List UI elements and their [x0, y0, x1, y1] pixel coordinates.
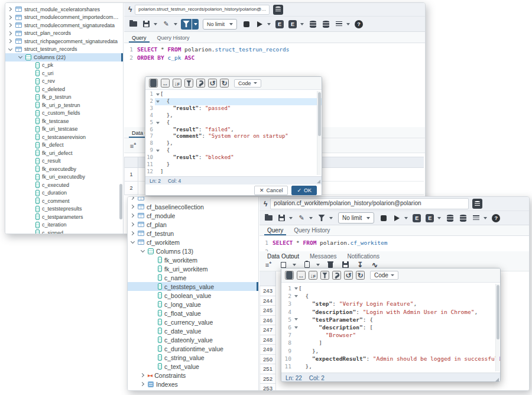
- open-file-button[interactable]: [263, 213, 274, 224]
- row-number-cell[interactable]: 246: [259, 316, 276, 326]
- row-number-cell[interactable]: 243: [259, 286, 276, 296]
- row-number-cell[interactable]: 248: [259, 335, 276, 345]
- tree-item-cf-testrun[interactable]: cf_testrun: [128, 229, 258, 238]
- save-button[interactable]: [276, 213, 287, 224]
- tree-item-c-executed[interactable]: c_executed: [5, 181, 123, 189]
- row-number-cell[interactable]: 251: [259, 364, 276, 374]
- tree-item-c-testcaserevision[interactable]: c_testcaserevision: [5, 133, 123, 141]
- limit-select[interactable]: No limit: [203, 19, 237, 30]
- tree-item-struct-modulecomment-importedcomment[interactable]: struct_modulecomment_importedcomment: [5, 14, 123, 22]
- row-number-cell[interactable]: 247: [259, 325, 276, 335]
- row-number-cell[interactable]: 249: [259, 345, 276, 355]
- macros-options-button[interactable]: [482, 213, 488, 224]
- repair-button[interactable]: [332, 271, 341, 280]
- tree-item-struct-richpagecomment-signaturedata[interactable]: struct_richpagecomment_signaturedata: [5, 37, 123, 46]
- fold-arrow-icon[interactable]: [293, 292, 299, 300]
- tree-item-constraints[interactable]: Constraints: [128, 371, 258, 380]
- resize-handle-icon[interactable]: [317, 180, 320, 183]
- tree-scrollbar[interactable]: [119, 184, 122, 219]
- chevron-right-icon[interactable]: [140, 383, 145, 386]
- compact-button[interactable]: [161, 79, 170, 88]
- editor-mode-button[interactable]: Code: [234, 79, 261, 88]
- redo-button[interactable]: [356, 271, 365, 280]
- tree-item-c-dateonly-value[interactable]: c_dateonly_value: [128, 335, 258, 344]
- chevron-right-icon[interactable]: [130, 223, 135, 226]
- tree-item-c-durationtime-value[interactable]: c_durationtime_value: [128, 344, 258, 353]
- tree-item-c-name[interactable]: c_name: [128, 273, 258, 282]
- rollback-button[interactable]: [458, 213, 468, 224]
- macros-button[interactable]: [471, 213, 481, 224]
- tree-item-struct-modulecomment-signaturedata[interactable]: struct_modulecomment_signaturedata: [5, 21, 123, 30]
- explain-analyze-options-button[interactable]: [436, 213, 442, 224]
- chevron-right-icon[interactable]: [8, 8, 13, 11]
- row-number-cell[interactable]: 1: [124, 168, 138, 182]
- tree-item-partial[interactable]: [128, 197, 258, 202]
- json-editor-scrollbar[interactable]: [317, 91, 321, 175]
- json-code-editor[interactable]: 1[2 {3 "step": "Verify Login Feature",4 …: [281, 283, 500, 373]
- tab-query[interactable]: Query: [262, 227, 288, 235]
- tree-item-fk-executedby[interactable]: fk_executedby: [5, 165, 123, 173]
- filter-options-button[interactable]: [192, 19, 199, 30]
- tree-item-cf-module[interactable]: cf_module: [128, 211, 258, 220]
- edit-button[interactable]: [161, 19, 171, 30]
- row-number-cell[interactable]: 252: [259, 374, 276, 384]
- fold-arrow-icon[interactable]: [155, 119, 160, 127]
- undo-button[interactable]: [208, 79, 217, 88]
- fold-arrow-icon[interactable]: [155, 98, 160, 105]
- chevron-right-icon[interactable]: [8, 32, 13, 35]
- tree-item-c-pk[interactable]: c_pk: [5, 61, 123, 70]
- chevron-right-icon[interactable]: [130, 205, 135, 208]
- explain-analyze-button[interactable]: [287, 19, 298, 30]
- fold-arrow-icon[interactable]: [293, 316, 299, 323]
- tree-item-c-uri[interactable]: c_uri: [5, 69, 123, 77]
- edit-button[interactable]: [296, 213, 307, 224]
- chevron-right-icon[interactable]: [8, 40, 13, 43]
- tree-item-c-testparameters[interactable]: c_testparameters: [5, 213, 123, 221]
- tree-item-c-signed[interactable]: c_signed: [5, 229, 123, 234]
- tree-item-fk-uri-workitem[interactable]: fk_uri_workitem: [128, 264, 258, 273]
- fold-arrow-icon[interactable]: [155, 91, 160, 98]
- tab-query-history[interactable]: Query History: [288, 227, 335, 235]
- tree-item-c-teststeps-value[interactable]: c_teststeps_value: [128, 282, 258, 291]
- transform-button[interactable]: [320, 271, 329, 280]
- chevron-down-icon[interactable]: [140, 250, 145, 252]
- tree-item-c-currency-value[interactable]: c_currency_value: [128, 318, 258, 326]
- add-row-button[interactable]: [128, 141, 138, 151]
- explain-button[interactable]: [274, 19, 285, 30]
- grid-select-all-cell[interactable]: [124, 157, 138, 168]
- tree-item-c-iteration[interactable]: c_iteration: [5, 221, 123, 229]
- tree-item-fk-uri-p-testrun[interactable]: fk_uri_p_testrun: [5, 101, 123, 109]
- tree-item-fk-defect[interactable]: fk_defect: [5, 141, 123, 150]
- tab-query[interactable]: Query: [126, 35, 152, 43]
- filter-button[interactable]: [181, 19, 192, 30]
- edit-options-button[interactable]: [307, 213, 314, 224]
- redo-button[interactable]: [220, 79, 229, 88]
- stop-button[interactable]: [241, 19, 252, 30]
- filter-options-button[interactable]: [327, 213, 334, 224]
- fold-arrow-icon[interactable]: [293, 284, 299, 292]
- save-options-button[interactable]: [152, 19, 158, 30]
- stop-button[interactable]: [378, 213, 389, 224]
- macros-options-button[interactable]: [345, 19, 351, 30]
- chevron-right-icon[interactable]: [8, 24, 13, 27]
- chevron-down-icon[interactable]: [8, 48, 13, 50]
- grid-select-all-cell[interactable]: [259, 271, 276, 286]
- ok-button[interactable]: ✓ OK: [291, 186, 317, 195]
- tree-item-c-rev[interactable]: c_rev: [5, 77, 123, 86]
- undo-button[interactable]: [344, 271, 353, 280]
- tree-item-c-string-value[interactable]: c_string_value: [128, 353, 258, 362]
- row-number-cell[interactable]: 2: [124, 182, 138, 195]
- limit-select[interactable]: No limit: [338, 212, 374, 224]
- explain-analyze-options-button[interactable]: [299, 19, 305, 30]
- row-number-cell[interactable]: 250: [259, 355, 276, 365]
- repair-button[interactable]: [196, 79, 205, 88]
- compact-button[interactable]: [297, 271, 306, 280]
- filter-button[interactable]: [316, 213, 327, 224]
- new-connection-button[interactable]: [472, 199, 482, 209]
- commit-button[interactable]: [445, 213, 455, 224]
- sql-editor[interactable]: 1SELECT * FROM polarion.cf_workitem2: [259, 236, 529, 251]
- tree-item-fk-uri-executedby[interactable]: fk_uri_executedby: [5, 173, 123, 182]
- chevron-right-icon[interactable]: [130, 232, 135, 235]
- new-connection-button[interactable]: [273, 5, 283, 15]
- chevron-right-icon[interactable]: [130, 197, 135, 199]
